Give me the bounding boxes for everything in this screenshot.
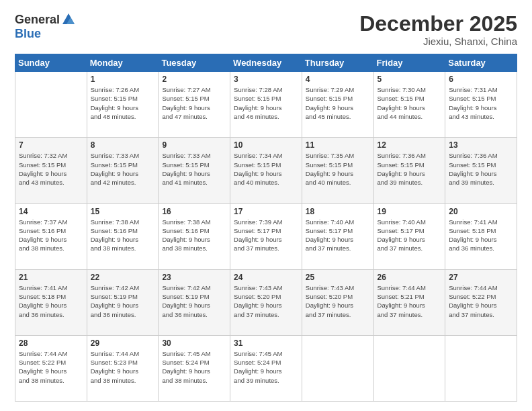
cell-line: Daylight: 9 hours (162, 367, 226, 375)
cell-line: Daylight: 9 hours (91, 301, 155, 310)
cell-line: Daylight: 9 hours (449, 235, 513, 244)
cell-line: Sunset: 5:19 PM (91, 292, 155, 301)
table-row: 2Sunrise: 7:27 AMSunset: 5:15 PMDaylight… (159, 72, 230, 138)
cell-line: Sunrise: 7:42 AM (91, 283, 155, 292)
cell-content: Sunrise: 7:41 AMSunset: 5:18 PMDaylight:… (449, 218, 513, 253)
table-row: 9Sunrise: 7:33 AMSunset: 5:15 PMDaylight… (159, 138, 230, 203)
cell-line: Daylight: 9 hours (91, 235, 155, 244)
cell-content: Sunrise: 7:36 AMSunset: 5:15 PMDaylight:… (378, 151, 442, 187)
day-number: 24 (234, 273, 298, 282)
col-friday: Friday (373, 54, 445, 72)
cell-content: Sunrise: 7:40 AMSunset: 5:17 PMDaylight:… (306, 218, 370, 253)
day-number: 14 (19, 207, 83, 216)
cell-content: Sunrise: 7:42 AMSunset: 5:19 PMDaylight:… (91, 283, 155, 319)
cell-line: Sunrise: 7:27 AM (162, 85, 226, 94)
col-monday: Monday (87, 54, 159, 72)
cell-line: and 38 minutes. (162, 376, 226, 385)
cell-line: Sunset: 5:21 PM (378, 292, 442, 301)
cell-line: Daylight: 9 hours (306, 235, 370, 244)
cell-line: and 37 minutes. (234, 244, 298, 253)
cell-content: Sunrise: 7:43 AMSunset: 5:20 PMDaylight:… (306, 283, 370, 319)
cell-line: Sunset: 5:15 PM (449, 94, 513, 103)
cell-line: and 38 minutes. (19, 244, 83, 253)
location: Jiexiu, Shanxi, China (359, 36, 517, 47)
table-row: 22Sunrise: 7:42 AMSunset: 5:19 PMDayligh… (87, 269, 159, 335)
cell-line: Sunset: 5:15 PM (306, 161, 370, 169)
calendar-table: Sunday Monday Tuesday Wednesday Thursday… (15, 54, 517, 402)
cell-line: Sunset: 5:15 PM (449, 161, 513, 169)
day-number: 19 (378, 207, 442, 216)
cell-line: and 37 minutes. (234, 310, 298, 319)
cell-line: Sunrise: 7:32 AM (19, 151, 83, 160)
cell-content: Sunrise: 7:40 AMSunset: 5:17 PMDaylight:… (378, 218, 442, 253)
day-number: 21 (19, 273, 83, 282)
cell-line: and 40 minutes. (306, 178, 370, 187)
cell-content: Sunrise: 7:45 AMSunset: 5:24 PMDaylight:… (234, 349, 298, 385)
cell-content: Sunrise: 7:42 AMSunset: 5:19 PMDaylight:… (162, 283, 226, 319)
cell-line: Daylight: 9 hours (234, 103, 298, 112)
cell-line: Daylight: 9 hours (162, 169, 226, 178)
cell-line: Daylight: 9 hours (234, 301, 298, 310)
cell-line: Daylight: 9 hours (91, 169, 155, 178)
cell-line: Sunrise: 7:41 AM (449, 218, 513, 226)
cell-line: Sunset: 5:24 PM (234, 358, 298, 367)
cell-line: Daylight: 9 hours (449, 169, 513, 178)
cell-content: Sunrise: 7:44 AMSunset: 5:22 PMDaylight:… (449, 283, 513, 319)
table-row: 29Sunrise: 7:44 AMSunset: 5:23 PMDayligh… (87, 335, 159, 401)
cell-line: and 38 minutes. (19, 376, 83, 385)
cell-content: Sunrise: 7:29 AMSunset: 5:15 PMDaylight:… (306, 85, 370, 121)
day-number: 27 (449, 273, 513, 282)
table-row: 25Sunrise: 7:43 AMSunset: 5:20 PMDayligh… (302, 269, 373, 335)
cell-line: Sunset: 5:22 PM (449, 292, 513, 301)
cell-line: Daylight: 9 hours (19, 235, 83, 244)
cell-line: Sunrise: 7:29 AM (306, 85, 370, 94)
day-number: 12 (378, 140, 442, 150)
cell-line: and 38 minutes. (162, 244, 226, 253)
cell-line: Daylight: 9 hours (162, 235, 226, 244)
cell-line: Sunrise: 7:44 AM (378, 283, 442, 292)
cell-content: Sunrise: 7:41 AMSunset: 5:18 PMDaylight:… (19, 283, 83, 319)
cell-line: Daylight: 9 hours (378, 235, 442, 244)
day-number: 5 (378, 75, 442, 84)
cell-line: Sunrise: 7:44 AM (19, 349, 83, 358)
cell-line: and 40 minutes. (234, 178, 298, 187)
logo-blue-text: Blue (15, 27, 41, 41)
cell-line: Sunrise: 7:39 AM (234, 218, 298, 226)
cell-content: Sunrise: 7:44 AMSunset: 5:21 PMDaylight:… (378, 283, 442, 319)
cell-line: Sunrise: 7:35 AM (306, 151, 370, 160)
cell-line: Daylight: 9 hours (378, 301, 442, 310)
table-row: 5Sunrise: 7:30 AMSunset: 5:15 PMDaylight… (373, 72, 445, 138)
day-number: 25 (306, 273, 370, 282)
cell-line: Sunset: 5:24 PM (162, 358, 226, 367)
cell-line: Sunset: 5:15 PM (162, 161, 226, 169)
cell-line: Sunrise: 7:40 AM (378, 218, 442, 226)
cell-line: and 39 minutes. (449, 178, 513, 187)
cell-line: and 36 minutes. (449, 244, 513, 253)
day-number: 2 (162, 75, 226, 84)
header: General Blue December 2025 Jiexiu, Shanx… (15, 12, 517, 47)
table-row: 18Sunrise: 7:40 AMSunset: 5:17 PMDayligh… (302, 203, 373, 269)
calendar-week-row: 28Sunrise: 7:44 AMSunset: 5:22 PMDayligh… (15, 335, 517, 401)
cell-line: Sunrise: 7:45 AM (234, 349, 298, 358)
cell-line: Sunset: 5:15 PM (378, 161, 442, 169)
cell-line: and 36 minutes. (91, 310, 155, 319)
cell-line: and 39 minutes. (234, 376, 298, 385)
cell-line: Sunrise: 7:42 AM (162, 283, 226, 292)
page: General Blue December 2025 Jiexiu, Shanx… (0, 0, 532, 411)
cell-line: Daylight: 9 hours (449, 301, 513, 310)
table-row: 6Sunrise: 7:31 AMSunset: 5:15 PMDaylight… (445, 72, 517, 138)
cell-line: and 37 minutes. (306, 310, 370, 319)
cell-line: Sunrise: 7:26 AM (91, 85, 155, 94)
day-number: 9 (162, 140, 226, 150)
table-row (445, 335, 517, 401)
cell-content: Sunrise: 7:28 AMSunset: 5:15 PMDaylight:… (234, 85, 298, 121)
day-number: 18 (306, 207, 370, 216)
cell-line: Daylight: 9 hours (234, 169, 298, 178)
table-row: 16Sunrise: 7:38 AMSunset: 5:16 PMDayligh… (159, 203, 230, 269)
cell-line: and 36 minutes. (162, 310, 226, 319)
cell-content: Sunrise: 7:44 AMSunset: 5:23 PMDaylight:… (91, 349, 155, 385)
cell-line: Sunset: 5:16 PM (162, 226, 226, 235)
cell-content: Sunrise: 7:37 AMSunset: 5:16 PMDaylight:… (19, 218, 83, 253)
cell-line: Sunset: 5:23 PM (91, 358, 155, 367)
cell-line: Sunrise: 7:38 AM (91, 218, 155, 226)
